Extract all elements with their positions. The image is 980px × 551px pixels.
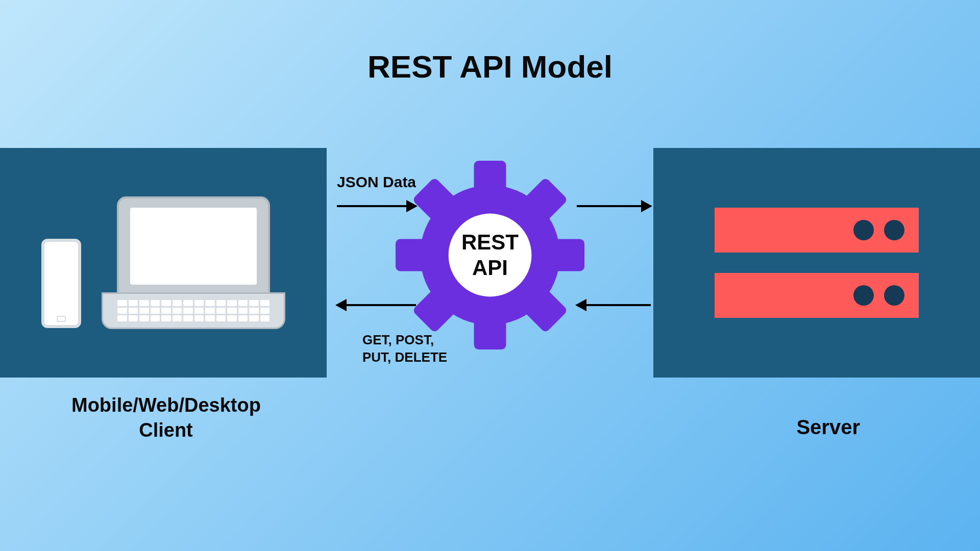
laptop-screen-icon xyxy=(117,196,270,296)
diagram-title: REST API Model xyxy=(0,48,980,85)
gear-label-line2: API xyxy=(472,256,508,280)
server-panel xyxy=(653,148,980,378)
client-panel xyxy=(0,148,327,378)
gear-icon: REST API xyxy=(396,161,584,349)
json-data-label: JSON Data xyxy=(337,173,416,191)
server-rack-icon xyxy=(715,273,919,318)
arrow-server-to-api-icon xyxy=(577,304,651,306)
indicator-dot-icon xyxy=(853,285,874,306)
http-methods-label: GET, POST, PUT, DELETE xyxy=(362,332,464,366)
gear-label: REST API xyxy=(461,230,519,281)
arrow-api-to-server-icon xyxy=(577,205,651,207)
laptop-icon xyxy=(102,196,285,329)
server-label: Server xyxy=(796,416,860,439)
keyboard-icon xyxy=(117,300,270,321)
client-label: Mobile/Web/Desktop Client xyxy=(71,393,260,443)
indicator-dot-icon xyxy=(853,220,874,240)
indicator-dot-icon xyxy=(884,220,904,240)
indicator-dot-icon xyxy=(884,285,904,306)
server-rack-icon xyxy=(715,208,919,253)
laptop-base-icon xyxy=(102,292,285,329)
arrow-api-to-client-icon xyxy=(337,304,416,306)
phone-icon xyxy=(41,239,81,328)
gear-label-line1: REST xyxy=(461,230,519,254)
arrow-client-to-api-icon xyxy=(337,205,416,207)
